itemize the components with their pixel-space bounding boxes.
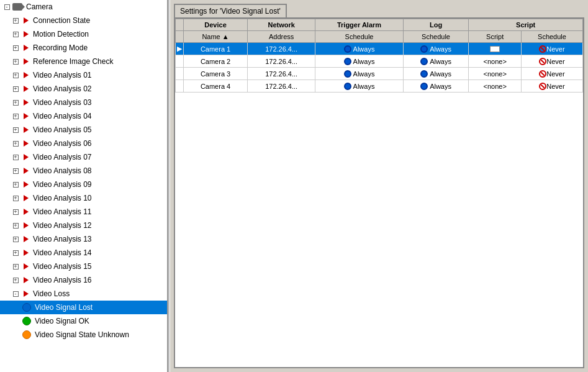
expand-icon[interactable]: + xyxy=(11,30,20,39)
sidebar-item-label: Video Analysis 15 xyxy=(33,262,92,271)
expand-icon[interactable]: + xyxy=(11,180,20,189)
table-row[interactable]: ▶Camera 1172.26.4...AlwaysAlways▼Never xyxy=(176,43,583,55)
arrow-icon xyxy=(21,139,31,148)
sidebar-item-label: Video Analysis 07 xyxy=(33,153,92,161)
trigger-schedule-cell: Always xyxy=(315,80,403,93)
sidebar-item-video-analysis-10[interactable]: +Video Analysis 10 xyxy=(0,191,167,205)
script-subheader[interactable]: Script xyxy=(469,31,522,43)
camera-name-cell: Camera 4 xyxy=(184,80,248,93)
script-col-header[interactable]: Script xyxy=(469,19,583,31)
trigger-schedule-cell: Always xyxy=(315,68,403,80)
arrow-icon xyxy=(21,194,31,202)
script-schedule-cell: Never xyxy=(521,80,582,93)
table-row[interactable]: Camera 2172.26.4...AlwaysAlways<none>Nev… xyxy=(176,55,583,68)
sidebar-item-video-analysis-02[interactable]: +Video Analysis 02 xyxy=(0,82,167,96)
log-schedule-cell: Always xyxy=(403,68,469,80)
camera-name-cell: Camera 2 xyxy=(184,55,248,68)
trigger-schedule-subheader[interactable]: Schedule xyxy=(315,31,403,43)
sidebar-item-label: Video Analysis 03 xyxy=(33,98,92,107)
sidebar-item-label: Video Analysis 02 xyxy=(33,84,92,93)
tree-root-camera[interactable]: - Camera xyxy=(0,0,167,14)
sidebar-item-video-analysis-11[interactable]: +Video Analysis 11 xyxy=(0,205,167,219)
script-cell[interactable]: ▼ xyxy=(469,43,522,55)
arrow-icon xyxy=(21,207,31,216)
sidebar-item-video-analysis-05[interactable]: +Video Analysis 05 xyxy=(0,123,167,137)
expand-icon[interactable]: + xyxy=(11,194,20,202)
device-col-header[interactable]: Device xyxy=(184,19,248,31)
expand-icon[interactable]: + xyxy=(11,207,20,216)
table-row[interactable]: Camera 4172.26.4...AlwaysAlways<none>Nev… xyxy=(176,80,583,93)
sidebar-item-recording-mode[interactable]: +Recording Mode xyxy=(0,41,167,55)
script-cell[interactable]: <none> xyxy=(469,55,522,68)
sidebar-item-video-analysis-16[interactable]: +Video Analysis 16 xyxy=(0,273,167,287)
sidebar-item-video-signal-ok[interactable]: Video Signal OK xyxy=(0,314,167,328)
sidebar-item-video-analysis-03[interactable]: +Video Analysis 03 xyxy=(0,96,167,109)
sidebar-item-video-analysis-09[interactable]: +Video Analysis 09 xyxy=(0,178,167,191)
trigger-alarm-col-header[interactable]: Trigger Alarm xyxy=(315,19,403,31)
expand-icon[interactable]: + xyxy=(11,166,20,175)
expand-icon[interactable]: - xyxy=(11,289,20,298)
script-cell[interactable]: <none> xyxy=(469,80,522,93)
table-row[interactable]: Camera 3172.26.4...AlwaysAlways<none>Nev… xyxy=(176,68,583,80)
arrow-icon xyxy=(21,289,31,298)
log-schedule-subheader[interactable]: Schedule xyxy=(403,31,469,43)
script-schedule-subheader[interactable]: Schedule xyxy=(521,31,582,43)
traffic-light-icon xyxy=(22,303,31,312)
sidebar-item-label: Video Analysis 11 xyxy=(33,207,92,216)
expand-icon[interactable]: - xyxy=(2,2,11,11)
expand-icon[interactable]: + xyxy=(11,221,20,230)
sidebar-item-video-analysis-14[interactable]: +Video Analysis 14 xyxy=(0,246,167,260)
expand-icon[interactable]: + xyxy=(11,125,20,134)
sidebar-item-video-analysis-12[interactable]: +Video Analysis 12 xyxy=(0,219,167,232)
row-indicator xyxy=(176,55,184,68)
sidebar-item-label: Connection State xyxy=(33,16,90,25)
log-col-header[interactable]: Log xyxy=(403,19,469,31)
arrow-icon xyxy=(21,276,31,284)
sidebar-item-video-analysis-13[interactable]: +Video Analysis 13 xyxy=(0,232,167,246)
address-subheader[interactable]: Address xyxy=(248,31,315,43)
log-schedule-cell: Always xyxy=(403,43,469,55)
sidebar-item-video-analysis-08[interactable]: +Video Analysis 08 xyxy=(0,164,167,178)
sidebar-item-video-analysis-15[interactable]: +Video Analysis 15 xyxy=(0,260,167,273)
sidebar-item-label: Video Analysis 12 xyxy=(33,221,92,230)
expand-icon[interactable]: + xyxy=(11,262,20,271)
sidebar-item-motion-detection[interactable]: +Motion Detection xyxy=(0,27,167,41)
right-panel: Settings for 'Video Signal Lost' Device … xyxy=(170,0,588,372)
arrow-icon xyxy=(21,98,31,107)
expand-icon[interactable]: + xyxy=(11,16,20,25)
sidebar-item-video-analysis-01[interactable]: +Video Analysis 01 xyxy=(0,68,167,82)
sidebar-item-video-signal-lost[interactable]: Video Signal Lost xyxy=(0,301,167,314)
expand-icon[interactable]: + xyxy=(11,71,20,79)
sidebar-item-video-analysis-06[interactable]: +Video Analysis 06 xyxy=(0,137,167,150)
expand-icon[interactable]: + xyxy=(11,112,20,120)
sidebar-item-video-signal-state-unknown[interactable]: Video Signal State Unknown xyxy=(0,328,167,342)
camera-address-cell: 172.26.4... xyxy=(248,68,315,80)
expand-icon[interactable]: + xyxy=(11,139,20,148)
name-subheader[interactable]: Name ▲ xyxy=(184,31,248,43)
sidebar-item-video-analysis-07[interactable]: +Video Analysis 07 xyxy=(0,150,167,164)
col-group-header-row: Device Network Trigger Alarm Log Script xyxy=(176,19,583,31)
sidebar-item-video-analysis-04[interactable]: +Video Analysis 04 xyxy=(0,109,167,123)
expand-icon[interactable]: + xyxy=(11,84,20,93)
sidebar-item-label: Recording Mode xyxy=(33,43,88,52)
arrow-icon xyxy=(21,180,31,189)
sidebar-item-video-loss[interactable]: -Video Loss xyxy=(0,287,167,301)
expand-icon[interactable]: + xyxy=(11,57,20,66)
table-container: Device Network Trigger Alarm Log Script … xyxy=(174,17,584,368)
sidebar-item-reference-image-check[interactable]: +Reference Image Check xyxy=(0,55,167,68)
sidebar-item-label: Video Analysis 05 xyxy=(33,125,92,134)
expand-icon[interactable]: + xyxy=(11,248,20,257)
cameras-table: Device Network Trigger Alarm Log Script … xyxy=(175,19,583,93)
expand-icon[interactable]: + xyxy=(11,43,20,52)
expand-icon[interactable]: + xyxy=(11,98,20,107)
script-cell[interactable]: <none> xyxy=(469,68,522,80)
arrow-icon xyxy=(21,248,31,257)
expand-icon[interactable]: + xyxy=(11,235,20,243)
tree-items-container: +Connection State+Motion Detection+Recor… xyxy=(0,14,167,342)
expand-icon[interactable]: + xyxy=(11,153,20,161)
expand-icon[interactable]: + xyxy=(11,276,20,284)
network-col-header[interactable]: Network xyxy=(248,19,315,31)
arrow-icon xyxy=(21,221,31,230)
arrow-icon xyxy=(21,166,31,175)
sidebar-item-connection-state[interactable]: +Connection State xyxy=(0,14,167,27)
